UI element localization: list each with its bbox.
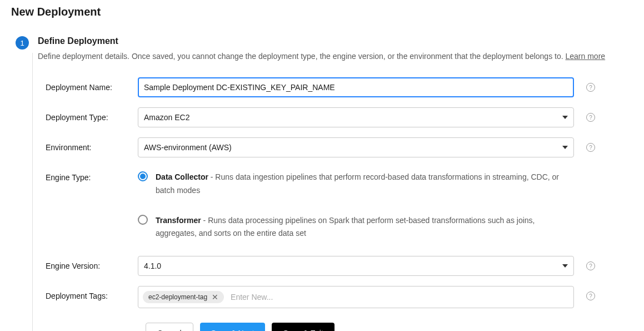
tag-label: ec2-deployment-tag bbox=[148, 293, 207, 301]
step-connector bbox=[32, 53, 33, 331]
radio-text: Data Collector - Runs data ingestion pip… bbox=[156, 171, 574, 197]
help-icon[interactable]: ? bbox=[586, 292, 595, 300]
cancel-button[interactable]: Cancel bbox=[146, 323, 193, 331]
engine-type-data-collector[interactable]: Data Collector - Runs data ingestion pip… bbox=[138, 171, 574, 197]
step-description: Define deployment details. Once saved, y… bbox=[38, 52, 633, 61]
deployment-tags-container[interactable]: ec2-deployment-tag ✕ bbox=[138, 286, 574, 308]
deployment-tags-label: Deployment Tags: bbox=[38, 286, 138, 300]
radio-text: Transformer - Runs data processing pipel… bbox=[156, 214, 574, 241]
engine-version-select[interactable]: 4.1.0 bbox=[138, 256, 574, 276]
save-next-button[interactable]: Save & Next bbox=[200, 323, 266, 331]
deployment-type-select[interactable]: Amazon EC2 bbox=[138, 107, 574, 127]
deployment-name-label: Deployment Name: bbox=[38, 77, 138, 92]
page-title: New Deployment bbox=[11, 6, 644, 18]
engine-option-name: Data Collector bbox=[156, 172, 208, 181]
step-badge: 1 bbox=[16, 36, 29, 50]
deployment-tags-input[interactable] bbox=[227, 289, 569, 305]
engine-option-desc: - Runs data ingestion pipelines that per… bbox=[156, 172, 559, 195]
learn-more-link[interactable]: Learn more bbox=[566, 52, 606, 61]
deployment-type-label: Deployment Type: bbox=[38, 107, 138, 122]
radio-selected-icon bbox=[138, 171, 148, 181]
engine-type-label: Engine Type: bbox=[38, 167, 138, 182]
help-icon[interactable]: ? bbox=[586, 261, 595, 270]
engine-option-desc: - Runs data processing pipelines on Spar… bbox=[156, 216, 535, 238]
engine-type-transformer[interactable]: Transformer - Runs data processing pipel… bbox=[138, 214, 574, 241]
step-desc-text: Define deployment details. Once saved, y… bbox=[38, 52, 566, 61]
tag-chip: ec2-deployment-tag ✕ bbox=[143, 291, 224, 303]
environment-select[interactable]: AWS-environment (AWS) bbox=[138, 137, 574, 157]
radio-unselected-icon bbox=[138, 215, 148, 225]
engine-version-label: Engine Version: bbox=[38, 256, 138, 270]
environment-label: Environment: bbox=[38, 137, 138, 152]
step-title: Define Deployment bbox=[38, 36, 633, 46]
help-icon[interactable]: ? bbox=[586, 113, 595, 122]
deployment-name-input[interactable] bbox=[138, 77, 574, 97]
help-icon[interactable]: ? bbox=[586, 143, 595, 152]
help-icon[interactable]: ? bbox=[586, 83, 595, 92]
tag-remove-icon[interactable]: ✕ bbox=[212, 293, 218, 301]
engine-option-name: Transformer bbox=[156, 216, 201, 225]
save-exit-button[interactable]: Save & Exit bbox=[272, 323, 334, 331]
